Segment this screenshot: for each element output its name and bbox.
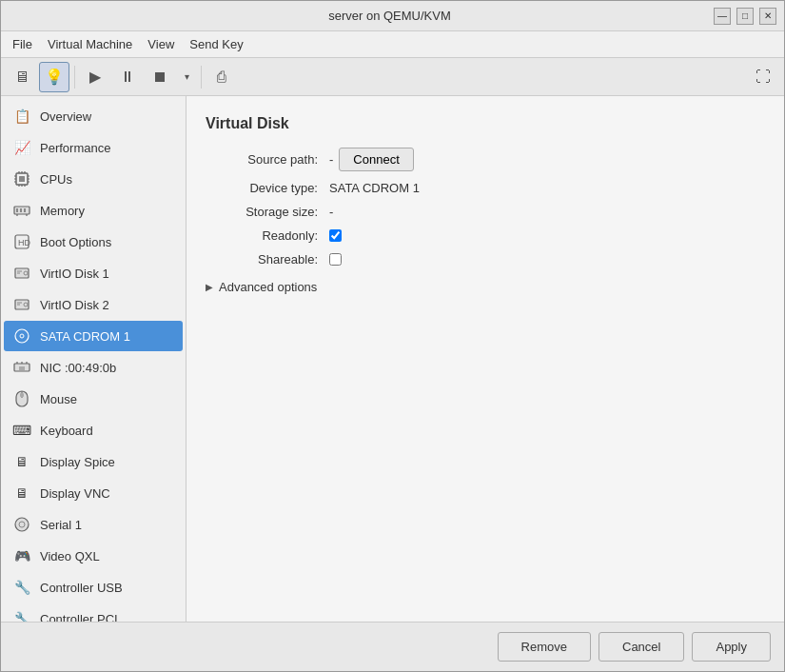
- lightbulb-icon: 💡: [45, 68, 64, 86]
- sidebar-label-virtio-disk-2: VirtIO Disk 2: [40, 298, 109, 312]
- apply-button[interactable]: Apply: [692, 632, 771, 662]
- display-spice-icon: 🖥: [11, 451, 32, 472]
- source-path-label: Source path:: [206, 152, 329, 167]
- advanced-options-toggle[interactable]: ▶ Advanced options: [206, 276, 765, 298]
- svg-rect-16: [20, 208, 22, 212]
- shareable-checkbox[interactable]: [329, 253, 342, 266]
- virtio-disk-2-icon: [11, 294, 32, 315]
- svg-point-31: [20, 334, 24, 338]
- sidebar-item-display-vnc[interactable]: 🖥 Display VNC: [4, 478, 183, 508]
- display-vnc-icon: 🖥: [11, 483, 32, 504]
- device-type-label: Device type:: [206, 181, 329, 195]
- controller-pci-icon: 🔧: [11, 608, 32, 622]
- keyboard-icon: ⌨: [11, 420, 32, 441]
- shareable-row: Shareable:: [206, 252, 765, 267]
- sidebar-item-keyboard[interactable]: ⌨ Keyboard: [4, 415, 183, 445]
- storage-size-value: -: [329, 205, 333, 219]
- readonly-label: Readonly:: [206, 228, 329, 243]
- sidebar-label-mouse: Mouse: [40, 392, 77, 406]
- sidebar-item-sata-cdrom-1[interactable]: SATA CDROM 1: [4, 321, 183, 351]
- svg-rect-15: [16, 208, 18, 212]
- sidebar-item-controller-usb[interactable]: 🔧 Controller USB: [4, 572, 183, 603]
- screenshot-button[interactable]: ⎙: [206, 62, 237, 92]
- sidebar-item-overview[interactable]: 📋 Overview: [4, 101, 183, 131]
- sidebar-item-serial-1[interactable]: Serial 1: [4, 509, 183, 540]
- console-button[interactable]: 🖥: [7, 62, 37, 92]
- menu-virtual-machine[interactable]: Virtual Machine: [40, 34, 140, 54]
- sidebar-item-virtio-disk-2[interactable]: VirtIO Disk 2: [4, 289, 183, 320]
- controller-usb-icon: 🔧: [11, 577, 32, 598]
- sidebar-label-virtio-disk-1: VirtIO Disk 1: [40, 267, 109, 281]
- fullscreen-button[interactable]: ⛶: [748, 62, 778, 92]
- close-button[interactable]: ✕: [759, 8, 776, 25]
- svg-rect-39: [20, 393, 24, 397]
- menu-file[interactable]: File: [5, 34, 40, 54]
- sidebar-label-nic: NIC :00:49:0b: [40, 361, 116, 375]
- pause-button[interactable]: ⏸: [112, 62, 143, 92]
- sidebar-label-boot-options: Boot Options: [40, 235, 111, 249]
- remove-button[interactable]: Remove: [498, 632, 591, 662]
- device-type-row: Device type: SATA CDROM 1: [206, 181, 765, 195]
- sidebar: 📋 Overview 📈 Performance: [1, 96, 186, 622]
- menu-view[interactable]: View: [140, 34, 182, 54]
- readonly-row: Readonly:: [206, 228, 765, 243]
- menu-send-key[interactable]: Send Key: [182, 34, 250, 54]
- details-button[interactable]: 💡: [39, 62, 69, 92]
- toolbar-sep-2: [201, 66, 202, 89]
- maximize-button[interactable]: □: [736, 8, 754, 25]
- device-type-value: SATA CDROM 1: [329, 181, 420, 195]
- connect-button[interactable]: Connect: [339, 148, 413, 171]
- sidebar-item-memory[interactable]: Memory: [4, 195, 183, 226]
- main-window: server on QEMU/KVM — □ ✕ File Virtual Ma…: [0, 0, 785, 672]
- svg-point-40: [15, 518, 29, 531]
- sidebar-label-display-spice: Display Spice: [40, 455, 115, 469]
- sidebar-label-overview: Overview: [40, 109, 91, 124]
- memory-icon: [11, 200, 32, 221]
- play-icon: ▶: [89, 68, 101, 86]
- sidebar-item-controller-pci[interactable]: 🔧 Controller PCI: [4, 603, 183, 622]
- minimize-button[interactable]: —: [714, 8, 731, 25]
- sidebar-item-boot-options[interactable]: HD Boot Options: [4, 227, 183, 257]
- sidebar-label-display-vnc: Display VNC: [40, 486, 110, 501]
- mouse-icon: [11, 388, 32, 409]
- svg-rect-33: [19, 366, 25, 370]
- cdrom-icon: [11, 326, 32, 346]
- run-button[interactable]: ▶: [80, 62, 110, 92]
- sidebar-label-sata-cdrom-1: SATA CDROM 1: [40, 329, 130, 344]
- advanced-options-label: Advanced options: [219, 280, 317, 294]
- stop-button[interactable]: ⏹: [145, 62, 175, 92]
- performance-icon: 📈: [11, 137, 32, 158]
- screenshot-icon: ⎙: [217, 69, 226, 86]
- chevron-down-icon: ▾: [185, 71, 189, 82]
- fullscreen-icon: ⛶: [756, 69, 771, 86]
- main-area: 📋 Overview 📈 Performance: [1, 96, 784, 622]
- sidebar-label-cpus: CPUs: [40, 172, 72, 187]
- shareable-label: Shareable:: [206, 252, 329, 267]
- bottom-bar: Remove Cancel Apply: [1, 622, 784, 671]
- storage-size-label: Storage size:: [206, 205, 329, 219]
- pause-icon: ⏸: [120, 69, 135, 86]
- sidebar-item-mouse[interactable]: Mouse: [4, 384, 183, 414]
- readonly-checkbox[interactable]: [329, 229, 342, 242]
- sidebar-item-nic[interactable]: NIC :00:49:0b: [4, 352, 183, 383]
- monitor-icon: 🖥: [14, 69, 29, 86]
- toolbar: 🖥 💡 ▶ ⏸ ⏹ ▾ ⎙ ⛶: [1, 58, 784, 96]
- serial-icon: [11, 514, 32, 535]
- sidebar-item-performance[interactable]: 📈 Performance: [4, 132, 183, 163]
- video-qxl-icon: 🎮: [11, 545, 32, 566]
- source-path-value: -: [329, 152, 333, 167]
- sidebar-label-keyboard: Keyboard: [40, 424, 93, 438]
- sidebar-label-video-qxl: Video QXL: [40, 549, 100, 563]
- sidebar-item-virtio-disk-1[interactable]: VirtIO Disk 1: [4, 258, 183, 288]
- sidebar-label-controller-usb: Controller USB: [40, 581, 123, 595]
- sidebar-item-display-spice[interactable]: 🖥 Display Spice: [4, 446, 183, 477]
- sidebar-item-cpus[interactable]: CPUs: [4, 164, 183, 194]
- power-dropdown-button[interactable]: ▾: [177, 62, 196, 92]
- sidebar-item-video-qxl[interactable]: 🎮 Video QXL: [4, 541, 183, 571]
- svg-rect-1: [19, 176, 25, 182]
- cpu-icon: [11, 168, 32, 189]
- cancel-button[interactable]: Cancel: [599, 632, 684, 662]
- storage-size-row: Storage size: -: [206, 205, 765, 219]
- window-title: server on QEMU/KVM: [66, 9, 714, 23]
- sidebar-label-controller-pci: Controller PCI: [40, 612, 118, 623]
